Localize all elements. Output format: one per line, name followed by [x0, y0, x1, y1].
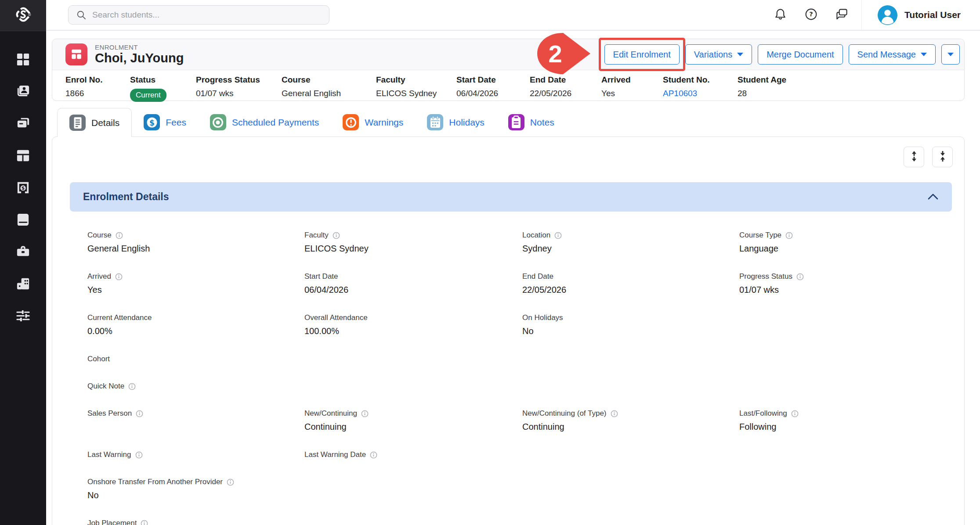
field-value: Language: [739, 244, 955, 254]
avatar: [878, 5, 897, 25]
field-empty: [739, 313, 955, 355]
info-icon[interactable]: [361, 410, 369, 417]
info-icon[interactable]: [611, 410, 618, 417]
field-label-text: Location: [522, 231, 550, 240]
field-value: Continuing: [522, 422, 739, 432]
variations-button[interactable]: Variations: [685, 44, 752, 65]
tab-notes[interactable]: Notes: [496, 108, 566, 137]
field-faculty: FacultyELICOS Sydney: [304, 231, 522, 272]
enrolment-details-section-header[interactable]: Enrolment Details: [70, 182, 952, 212]
field-empty: [739, 450, 955, 478]
sidebar-item-reports[interactable]: [0, 269, 46, 301]
info-icon[interactable]: [791, 410, 799, 417]
help-button[interactable]: ?: [796, 7, 826, 23]
search-input[interactable]: [92, 10, 322, 20]
send-message-button[interactable]: Send Message: [849, 44, 936, 65]
student-search[interactable]: [68, 5, 329, 25]
field-label-text: New/Continuing (of Type): [522, 409, 607, 418]
layout-table-icon: [15, 148, 31, 165]
sidebar-item-dashboard[interactable]: [0, 44, 46, 76]
sidebar-item-settings[interactable]: [0, 301, 46, 333]
collapse-all-icon: [937, 150, 949, 164]
enrolment-icon: [65, 43, 87, 65]
field-label-text: Sales Person: [87, 409, 132, 418]
sidebar-item-finance[interactable]: $: [0, 173, 46, 205]
field-label: Onshore Transfer From Another Provider: [87, 478, 304, 486]
field-label-text: End Date: [522, 272, 553, 281]
field-value: 22/05/2026: [522, 285, 739, 295]
tab-details[interactable]: Details: [57, 108, 132, 137]
merge-document-button[interactable]: Merge Document: [758, 44, 843, 65]
tab-scheduled-payments[interactable]: Scheduled Payments: [198, 108, 331, 137]
summary-value: General English: [282, 89, 376, 98]
info-icon[interactable]: [136, 410, 143, 417]
field-empty: [522, 478, 739, 519]
dollar-box-icon: $: [15, 180, 31, 197]
student-card-icon: [15, 84, 31, 101]
app-logo[interactable]: [0, 0, 46, 31]
info-icon[interactable]: [370, 451, 377, 459]
enrolment-summary-row: Enrol No.1866StatusCurrentProgress Statu…: [52, 70, 964, 102]
tab-label: Warnings: [365, 117, 403, 128]
field-empty: [522, 382, 739, 409]
info-icon[interactable]: [115, 273, 123, 280]
chevron-up-icon[interactable]: [927, 191, 939, 203]
sidebar-item-enrolments[interactable]: [0, 108, 46, 140]
field-job-placement: Job Placement: [87, 519, 304, 525]
field-last-warning-date: Last Warning Date: [304, 450, 522, 478]
button-label: Merge Document: [767, 50, 834, 60]
summary-value: 01/07 wks: [196, 89, 282, 98]
field-empty: [304, 519, 522, 525]
info-icon[interactable]: [141, 520, 148, 525]
field-label-text: Course Type: [739, 231, 781, 240]
book-icon: [15, 212, 31, 229]
enrolment-header: ENROLMENT Choi, JuYoung Edit Enrolment 2…: [52, 39, 964, 70]
field-label-text: Last Warning: [87, 450, 131, 459]
messages-button[interactable]: [826, 7, 857, 23]
help-circle-icon: ?: [804, 7, 818, 23]
button-wrap: Merge Document: [758, 44, 843, 65]
field-location: LocationSydney: [522, 231, 739, 272]
info-icon[interactable]: [796, 273, 804, 280]
summary-label: Course: [282, 75, 376, 85]
info-icon[interactable]: [135, 451, 143, 459]
notifications-button[interactable]: [765, 7, 796, 23]
summary-field-arrived: ArrivedYes: [601, 75, 663, 102]
student-number-link[interactable]: AP10603: [663, 89, 738, 98]
info-icon[interactable]: [227, 478, 234, 486]
tab-holidays[interactable]: Holidays: [415, 108, 496, 137]
info-icon[interactable]: [554, 232, 562, 239]
summary-label: Student No.: [663, 75, 738, 85]
tab-fees[interactable]: $Fees: [132, 108, 198, 137]
field-value: 01/07 wks: [739, 285, 955, 295]
summary-field-status: StatusCurrent: [130, 75, 196, 102]
field-label-text: Progress Status: [739, 272, 792, 281]
sidebar-item-courses[interactable]: [0, 140, 46, 173]
collapse-all-button[interactable]: [932, 147, 953, 167]
tab-label: Holidays: [449, 117, 485, 128]
svg-text:2: 2: [548, 40, 562, 68]
field-row: Cohort: [87, 355, 957, 382]
info-icon[interactable]: [785, 232, 793, 239]
edit-enrolment-button[interactable]: Edit Enrolment: [604, 44, 680, 65]
field-value: [87, 463, 304, 474]
sidebar-nav: $: [0, 31, 46, 333]
info-icon[interactable]: [333, 232, 340, 239]
info-icon[interactable]: [128, 383, 136, 390]
field-empty: [739, 382, 955, 409]
info-icon[interactable]: [116, 232, 123, 239]
tab-warnings[interactable]: Warnings: [331, 108, 415, 137]
sidebar-item-toolbox[interactable]: [0, 237, 46, 269]
header-buttons: Edit Enrolment 2VariationsMerge Document…: [604, 44, 960, 65]
field-label-text: Current Attendance: [87, 313, 152, 322]
more-actions-button[interactable]: [941, 44, 960, 65]
field-value: Continuing: [304, 422, 522, 432]
button-label: Edit Enrolment: [613, 50, 671, 60]
sidebar-item-students[interactable]: [0, 76, 46, 108]
tab-label: Details: [91, 118, 119, 128]
field-label-text: Last/Following: [739, 409, 787, 418]
sidebar-item-academics[interactable]: [0, 205, 46, 237]
user-menu[interactable]: Tutorial User: [862, 5, 980, 25]
expand-all-button[interactable]: [904, 147, 924, 167]
field-label-text: Course: [87, 231, 112, 240]
